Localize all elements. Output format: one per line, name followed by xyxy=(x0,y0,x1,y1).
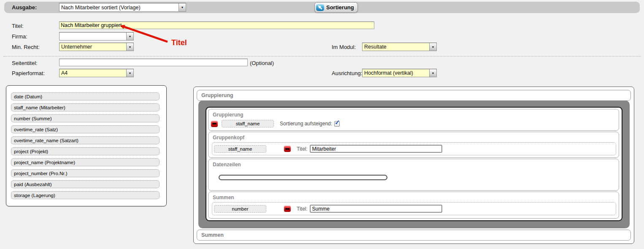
field-pill[interactable]: staff_name (Mitarbeiter) xyxy=(11,103,160,111)
section-gruppenkopf-title: Gruppenkopf xyxy=(213,135,619,141)
seitentitel-input[interactable] xyxy=(59,59,248,66)
minus-bar xyxy=(212,123,216,124)
section-summen-title: Summen xyxy=(213,195,619,200)
ausrichtung-label: Ausrichtung: xyxy=(332,70,362,76)
gruppierung-content-area: Gruppierung staff_name Sortierung aufste… xyxy=(198,100,630,228)
sort-ascending-checkbox[interactable]: ✓ xyxy=(334,121,340,127)
chevron-down-icon: ▼ xyxy=(429,43,436,51)
tab-gruppierung[interactable]: Gruppierung xyxy=(197,90,631,101)
gruppenkopf-titel-input[interactable] xyxy=(310,145,442,153)
field-pill[interactable]: project (Projekt) xyxy=(11,147,160,155)
section-datenzeilen: Datenzeilen xyxy=(208,159,619,191)
ausgabe-label: Ausgabe: xyxy=(12,4,37,11)
ausrichtung-select[interactable]: Hochformat (vertikal) ▼ xyxy=(362,69,437,77)
gruppenkopf-field-chip[interactable]: staff_name xyxy=(214,145,266,153)
section-gruppierung-title: Gruppierung xyxy=(213,112,619,118)
titel-input[interactable] xyxy=(59,22,374,29)
summen-titel-input[interactable] xyxy=(310,205,442,213)
group-field-chip[interactable]: staff_name xyxy=(222,120,274,127)
checkmark-icon: ✓ xyxy=(335,119,340,126)
sortierung-button[interactable]: Sortierung xyxy=(314,2,358,13)
titel-label: Titel: xyxy=(12,23,24,29)
field-pill[interactable]: project_number (Pro.Nr.) xyxy=(11,169,160,177)
firma-select[interactable]: ▼ xyxy=(59,32,134,41)
minus-bar xyxy=(285,208,290,210)
tab-summen[interactable]: Summen xyxy=(197,230,631,241)
section-datenzeilen-title: Datenzeilen xyxy=(213,162,619,168)
gruppierung-inner-panel: Gruppierung staff_name Sortierung aufste… xyxy=(206,107,622,221)
section-gruppierung: Gruppierung staff_name Sortierung aufste… xyxy=(208,109,619,131)
available-fields-panel: date (Datum)staff_name (Mitarbeiter)numb… xyxy=(6,85,167,206)
field-pill[interactable]: paid (Ausbezahlt) xyxy=(11,180,160,188)
summen-field-chip[interactable]: number xyxy=(214,205,266,213)
papierformat-select[interactable]: A4 ▼ xyxy=(59,69,134,77)
ausgabe-select[interactable]: Nach Mitarbeiter sortiert (Vorlage) ▼ xyxy=(59,3,186,12)
field-pill[interactable]: overtime_rate_name (Satzart) xyxy=(11,136,160,144)
grouping-panel: Gruppierung Gruppierung staff_name Sorti… xyxy=(193,87,634,244)
min-recht-label: Min. Recht: xyxy=(12,44,40,50)
tab-summen-label: Summen xyxy=(201,232,224,238)
gruppenkopf-titel-label: Titel: xyxy=(297,146,308,152)
optional-hint: (Optional) xyxy=(250,60,274,66)
firma-label: Firma: xyxy=(12,33,27,40)
min-recht-select[interactable]: Unternehmer ▼ xyxy=(59,43,134,51)
chevron-down-icon: ▼ xyxy=(126,69,133,77)
minus-bar xyxy=(285,148,290,150)
remove-gruppenkopf-field-minus-icon[interactable] xyxy=(284,146,291,152)
field-pill[interactable]: overtime_rate (Satz) xyxy=(11,125,160,133)
sortierung-button-label: Sortierung xyxy=(326,4,354,11)
im-modul-label: Im Modul: xyxy=(332,44,356,50)
summen-titel-label: Titel: xyxy=(297,206,308,212)
field-pill[interactable]: date (Datum) xyxy=(11,92,160,100)
sort-ascending-label: Sortierung aufsteigend: xyxy=(280,121,332,127)
section-gruppenkopf: Gruppenkopf staff_name Titel: xyxy=(208,132,619,158)
tab-gruppierung-label: Gruppierung xyxy=(201,92,233,98)
chevron-down-icon: ▼ xyxy=(126,32,133,40)
annotation-label: Titel xyxy=(171,38,187,47)
section-divider xyxy=(3,56,641,57)
seitentitel-label: Seitentitel: xyxy=(12,60,38,66)
toolbar: Ausgabe: Nach Mitarbeiter sortiert (Vorl… xyxy=(4,2,640,13)
im-modul-select-value: Resultate xyxy=(363,44,429,50)
chevron-down-icon: ▼ xyxy=(179,3,186,11)
ausgabe-select-value: Nach Mitarbeiter sortiert (Vorlage) xyxy=(60,5,179,11)
field-pill[interactable]: project_name (Projektname) xyxy=(11,158,160,166)
field-pill[interactable]: number (Summe) xyxy=(11,114,160,122)
chevron-down-icon: ▼ xyxy=(126,43,133,51)
papierformat-label: Papierformat: xyxy=(12,70,45,76)
field-pill[interactable]: storage (Lagerung) xyxy=(11,191,160,199)
im-modul-select[interactable]: Resultate ▼ xyxy=(362,43,437,51)
min-recht-select-value: Unternehmer xyxy=(60,44,126,50)
summen-drop-row[interactable]: number Titel: xyxy=(212,202,616,215)
chevron-down-icon: ▼ xyxy=(429,69,436,77)
gruppenkopf-drop-row[interactable]: staff_name Titel: xyxy=(212,142,616,155)
cursor-arrow-icon xyxy=(316,4,324,11)
section-summen: Summen number Titel: xyxy=(208,192,619,219)
remove-group-field-minus-icon[interactable] xyxy=(211,121,218,127)
remove-summen-field-minus-icon[interactable] xyxy=(284,206,291,212)
papierformat-select-value: A4 xyxy=(60,70,126,76)
ausrichtung-select-value: Hochformat (vertikal) xyxy=(363,70,429,76)
datenzeilen-empty-drop-slot[interactable] xyxy=(219,175,387,180)
